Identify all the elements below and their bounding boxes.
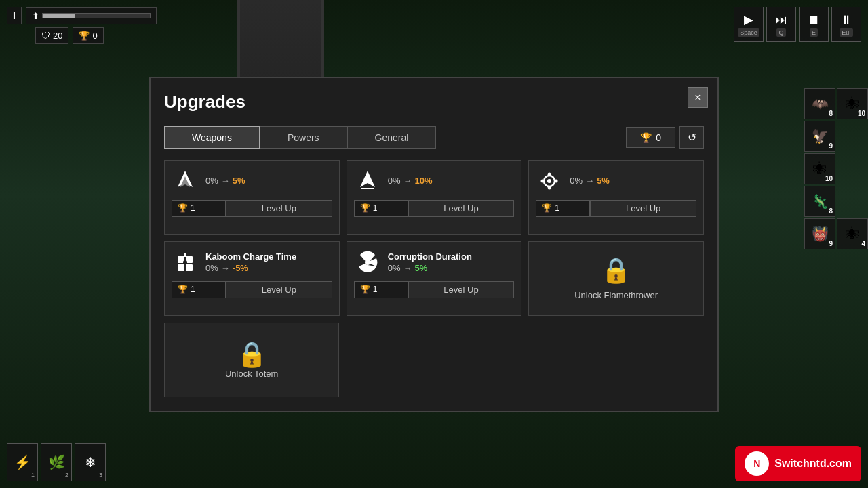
gear-svg <box>536 168 562 194</box>
upgrade-card-4-top: Kaboom Charge Time 0% → -5% <box>172 249 332 276</box>
lock-icon-flamethrower: 🔒 <box>601 256 631 285</box>
cost-box-4: 🏆 1 <box>172 281 226 298</box>
tab-currency-area: 🏆 0 ↺ <box>626 126 704 149</box>
svg-point-14 <box>183 260 187 264</box>
upgrade-icon-3 <box>536 167 563 195</box>
upgrade-bottom-5: 🏆 1 Level Up <box>354 281 515 298</box>
svg-point-7 <box>548 186 551 189</box>
modal-title: Upgrades <box>164 92 704 113</box>
wing-svg <box>172 168 198 194</box>
svg-marker-2 <box>360 171 375 187</box>
tab-powers[interactable]: Powers <box>260 126 347 149</box>
arrow-3: → <box>585 176 594 186</box>
upgrade-grid: 0% → 5% 🏆 1 Level Up <box>164 160 704 316</box>
wing2-svg <box>355 168 380 194</box>
extra-cards-row: 🔒 Unlock Totem <box>164 323 704 397</box>
stat-to-3: 5% <box>597 176 610 186</box>
upgrade-stat-1: 0% → 5% <box>205 176 332 186</box>
currency-display: 🏆 0 <box>626 127 675 148</box>
cost-box-5: 🏆 1 <box>354 281 408 298</box>
arrow-2: → <box>403 176 412 186</box>
arrow-1: → <box>221 176 230 186</box>
cost-box-1: 🏆 1 <box>172 200 226 217</box>
upgrade-stat-2: 0% → 10% <box>388 176 515 186</box>
stat-from-3: 0% <box>570 176 583 186</box>
upgrade-card-5-top: Corruption Duration 0% → 5% <box>354 249 515 276</box>
stat-to-1: 5% <box>233 176 245 186</box>
cost-box-2: 🏆 1 <box>354 200 408 217</box>
upgrade-info-5: Corruption Duration 0% → 5% <box>388 251 515 273</box>
upgrade-card-1: 0% → 5% 🏆 1 Level Up <box>164 160 340 235</box>
lock-icon-totem: 🔒 <box>237 340 267 369</box>
tab-weapons-label: Weapons <box>192 132 232 143</box>
tab-general[interactable]: General <box>347 126 437 149</box>
cost-box-3: 🏆 1 <box>536 200 590 217</box>
upgrade-name-4: Kaboom Charge Time <box>205 251 332 262</box>
level-up-button-1[interactable]: Level Up <box>226 200 332 217</box>
cost-value-1: 1 <box>191 203 195 213</box>
upgrade-bottom-3: 🏆 1 Level Up <box>536 200 696 217</box>
currency-icon: 🏆 <box>640 132 652 143</box>
upgrade-card-5: Corruption Duration 0% → 5% 🏆 1 Level Up <box>347 241 522 316</box>
cost-value-4: 1 <box>191 285 195 294</box>
radiation-svg <box>355 249 380 275</box>
kaboom-svg <box>172 249 198 275</box>
upgrade-stat-5: 0% → 5% <box>388 263 515 273</box>
upgrade-card-2: 0% → 10% 🏆 1 Level Up <box>347 160 522 235</box>
tab-general-label: General <box>375 132 409 143</box>
stat-to-5: 5% <box>414 263 427 273</box>
level-up-button-3[interactable]: Level Up <box>590 200 696 217</box>
svg-point-16 <box>365 260 370 265</box>
cost-value-2: 1 <box>373 203 378 213</box>
cost-icon-1: 🏆 <box>178 203 188 213</box>
svg-point-6 <box>548 172 551 176</box>
cost-icon-2: 🏆 <box>360 203 370 213</box>
svg-point-5 <box>547 179 551 183</box>
svg-rect-13 <box>186 264 193 271</box>
upgrade-card-3: 0% → 5% 🏆 1 Level Up <box>528 160 704 235</box>
arrow-5: → <box>403 263 412 273</box>
cost-value-3: 1 <box>555 203 559 213</box>
cost-icon-5: 🏆 <box>360 285 370 294</box>
cost-value-5: 1 <box>373 285 378 294</box>
upgrade-info-3: 0% → 5% <box>570 176 696 186</box>
svg-rect-15 <box>184 253 186 257</box>
upgrades-modal: Upgrades × Weapons Powers General 🏆 0 ↺ <box>149 77 719 412</box>
upgrade-stat-3: 0% → 5% <box>570 176 696 186</box>
upgrade-bottom-2: 🏆 1 Level Up <box>354 200 515 217</box>
upgrade-info-1: 0% → 5% <box>205 176 332 186</box>
flamethrower-label: Unlock Flamethrower <box>574 290 658 300</box>
currency-value: 0 <box>656 132 661 143</box>
upgrade-bottom-4: 🏆 1 Level Up <box>172 281 332 298</box>
stat-from-1: 0% <box>205 176 218 186</box>
upgrade-icon-2 <box>354 167 381 195</box>
arrow-4: → <box>221 263 230 273</box>
upgrade-card-flamethrower[interactable]: 🔒 Unlock Flamethrower <box>528 241 704 316</box>
upgrade-icon-4 <box>172 249 199 276</box>
level-up-button-2[interactable]: Level Up <box>408 200 515 217</box>
stat-from-5: 0% <box>388 263 401 273</box>
upgrade-bottom-1: 🏆 1 Level Up <box>172 200 332 217</box>
refresh-button[interactable]: ↺ <box>679 126 704 149</box>
upgrade-card-totem[interactable]: 🔒 Unlock Totem <box>164 323 339 397</box>
modal-overlay: Upgrades × Weapons Powers General 🏆 0 ↺ <box>0 0 868 488</box>
cost-icon-3: 🏆 <box>542 203 552 213</box>
upgrade-card-1-top: 0% → 5% <box>172 167 332 195</box>
svg-point-9 <box>555 179 558 182</box>
stat-from-4: 0% <box>205 263 218 273</box>
upgrade-card-2-top: 0% → 10% <box>354 167 515 195</box>
tab-powers-label: Powers <box>288 132 319 143</box>
totem-label: Unlock Totem <box>225 369 279 379</box>
tabs-row: Weapons Powers General 🏆 0 ↺ <box>164 126 704 149</box>
upgrade-icon-5 <box>354 249 381 276</box>
level-up-button-5[interactable]: Level Up <box>408 281 515 298</box>
upgrade-info-4: Kaboom Charge Time 0% → -5% <box>205 251 332 273</box>
stat-from-2: 0% <box>388 176 401 186</box>
upgrade-stat-4: 0% → -5% <box>205 263 332 273</box>
level-up-button-4[interactable]: Level Up <box>226 281 332 298</box>
upgrade-info-2: 0% → 10% <box>388 176 515 186</box>
modal-close-button[interactable]: × <box>688 87 708 108</box>
svg-point-8 <box>541 179 545 182</box>
tab-weapons[interactable]: Weapons <box>164 126 260 149</box>
stat-to-2: 10% <box>414 176 432 186</box>
